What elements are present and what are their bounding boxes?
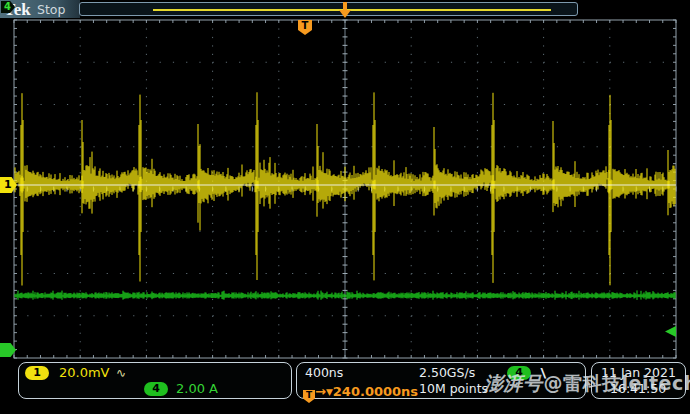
- trigger-position-arrow-stem: [343, 2, 347, 11]
- graticule-frame: [14, 20, 676, 358]
- trigger-delay-readout: T→▼240.0000ns: [303, 381, 418, 403]
- ch1-ground-marker: 1: [0, 177, 17, 193]
- record-view-bar: [79, 2, 578, 16]
- trigger-t-icon: T: [303, 390, 315, 403]
- ch4-scale: 2.00 A: [176, 381, 218, 396]
- watermark: 澎湃号@雷科技leitech: [484, 371, 690, 397]
- ch4-badge: 4: [144, 382, 168, 396]
- ch1-coupling-icon: ∿: [116, 366, 126, 380]
- ch1-marker-label: 1: [4, 178, 12, 191]
- acquisition-status: Stop: [37, 2, 65, 17]
- ch1-trace: [15, 92, 675, 285]
- trigger-delay-arrow: →: [315, 384, 326, 399]
- record-waveform-line: [153, 9, 551, 11]
- trigger-time-marker-icon: T: [298, 20, 312, 35]
- ch4-ground-marker: [0, 343, 16, 357]
- watermark-logo: 澎湃号: [484, 372, 543, 394]
- trigger-level-arrow-icon: [665, 326, 676, 337]
- record-length: 10M points: [419, 381, 488, 396]
- vertical-readout-box: 1 20.0mV ∿ 4 2.00 A: [18, 362, 292, 399]
- expansion-point-icon: ▼: [326, 387, 333, 397]
- oscilloscope-screen: Tek Stop T 1 4 1 20.0mV ∿ 4 2.00 A 400ns…: [0, 0, 690, 414]
- trigger-delay-value: 240.0000ns: [333, 384, 418, 399]
- watermark-handle: @雷科技leitech: [544, 372, 690, 394]
- ch4-trace: [15, 290, 675, 300]
- sample-rate: 2.50GS/s: [419, 365, 475, 380]
- ch1-badge: 1: [25, 366, 49, 380]
- graticule-canvas: [0, 0, 690, 414]
- timebase-scale: 400ns: [305, 365, 343, 380]
- ch1-scale: 20.0mV: [59, 365, 110, 380]
